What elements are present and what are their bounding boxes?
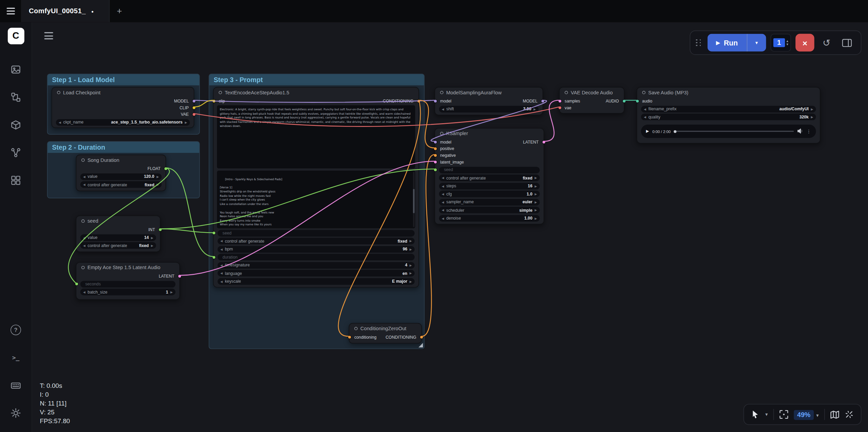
left-arrow-icon[interactable]: ◀ bbox=[220, 271, 223, 275]
left-arrow-icon[interactable]: ◀ bbox=[220, 280, 223, 283]
widget-cfg[interactable]: ◀ cfg 1.0 ▶ bbox=[439, 191, 540, 198]
node-model-sampling-aura-flow[interactable]: ModelSamplingAuraFlow model MODEL ◀ shif… bbox=[435, 87, 543, 115]
input-widget-duration[interactable]: duration bbox=[218, 254, 415, 261]
widget-sampler-name[interactable]: ◀ sampler_name euler ▶ bbox=[439, 199, 540, 205]
help-icon[interactable]: ? bbox=[6, 320, 26, 340]
left-arrow-icon[interactable]: ◀ bbox=[442, 184, 444, 188]
port-latent-image-input[interactable] bbox=[433, 160, 437, 164]
port-vae-output[interactable] bbox=[192, 112, 196, 116]
left-arrow-icon[interactable]: ◀ bbox=[220, 263, 223, 267]
right-arrow-icon[interactable]: ▶ bbox=[170, 290, 173, 294]
widget-ckpt-name[interactable]: ◀ ckpt_name ace_step_1.5_turbo_aio.safet… bbox=[56, 119, 190, 126]
model-library-icon[interactable] bbox=[6, 115, 26, 135]
port-seed-input[interactable] bbox=[212, 231, 215, 235]
history-button[interactable]: ↺ bbox=[819, 34, 834, 52]
port-audio-output[interactable] bbox=[622, 99, 626, 102]
collapse-dot-icon[interactable] bbox=[565, 91, 568, 94]
new-tab-button[interactable]: + bbox=[110, 6, 129, 16]
pointer-tool-button[interactable] bbox=[751, 410, 760, 419]
widget-timesignature[interactable]: ◀ timesignature 4 ▶ bbox=[218, 262, 415, 268]
widget-value[interactable]: ◀ value 120.0 ▶ bbox=[80, 173, 162, 180]
collapse-dot-icon[interactable] bbox=[219, 91, 222, 94]
left-arrow-icon[interactable]: ◀ bbox=[442, 200, 444, 204]
group-title[interactable]: Step 1 - Load Model bbox=[47, 74, 199, 86]
widget-batch-size[interactable]: ◀ batch_size 1 ▶ bbox=[80, 289, 176, 296]
right-arrow-icon[interactable]: ▶ bbox=[535, 192, 537, 196]
left-arrow-icon[interactable]: ◀ bbox=[59, 120, 61, 124]
right-arrow-icon[interactable]: ▶ bbox=[811, 115, 813, 119]
left-arrow-icon[interactable]: ◀ bbox=[442, 176, 444, 180]
left-arrow-icon[interactable]: ◀ bbox=[644, 115, 646, 119]
port-duration-input[interactable] bbox=[212, 255, 215, 259]
workflows-icon[interactable] bbox=[6, 143, 26, 163]
right-arrow-icon[interactable]: ▶ bbox=[535, 200, 537, 204]
port-model-input[interactable] bbox=[433, 140, 437, 144]
right-arrow-icon[interactable]: ▶ bbox=[535, 176, 537, 180]
group-title[interactable]: Step 2 - Duration bbox=[47, 142, 199, 153]
templates-icon[interactable] bbox=[6, 170, 26, 190]
queue-icon[interactable] bbox=[6, 59, 26, 79]
node-save-audio-mp3[interactable]: Save Audio (MP3) audio ◀ filename_prefix… bbox=[637, 87, 821, 144]
input-widget-seconds[interactable]: seconds bbox=[80, 281, 176, 287]
port-model-input[interactable] bbox=[433, 99, 437, 102]
right-arrow-icon[interactable]: ▶ bbox=[157, 175, 159, 178]
kebab-menu-icon[interactable]: ⋮ bbox=[807, 129, 811, 134]
right-arrow-icon[interactable]: ▶ bbox=[157, 183, 159, 186]
node-ksampler[interactable]: KSampler model LATENT positive negative … bbox=[435, 128, 544, 224]
right-arrow-icon[interactable]: ▶ bbox=[535, 184, 537, 188]
canvas-menu-icon[interactable] bbox=[44, 32, 53, 39]
right-arrow-icon[interactable]: ▶ bbox=[410, 280, 412, 283]
count-stepper[interactable]: ▴▾ bbox=[787, 39, 788, 46]
tags-textarea[interactable]: Electronic: A bright, starry synth-pop r… bbox=[217, 105, 415, 168]
port-conditioning-output[interactable] bbox=[419, 335, 423, 339]
node-text-encode-ace-step[interactable]: TextEncodeAceStepAudio1.5 clip CONDITION… bbox=[213, 87, 419, 287]
run-button[interactable]: ▶ Run bbox=[707, 34, 747, 52]
widget-control-after-generate[interactable]: ◀ control after generate fixed ▶ bbox=[439, 174, 540, 181]
pointer-tool-dropdown-icon[interactable]: ▾ bbox=[765, 412, 768, 417]
terminal-icon[interactable]: >_ bbox=[6, 348, 26, 368]
zoom-level[interactable]: 49% bbox=[794, 410, 814, 420]
widget-control-after-generate[interactable]: ◀ control after generate fixed ▶ bbox=[80, 242, 156, 249]
left-arrow-icon[interactable]: ◀ bbox=[220, 247, 223, 251]
port-positive-input[interactable] bbox=[433, 147, 437, 150]
port-latent-output[interactable] bbox=[177, 274, 181, 278]
left-arrow-icon[interactable]: ◀ bbox=[83, 175, 85, 178]
right-arrow-icon[interactable]: ▶ bbox=[410, 271, 412, 275]
right-arrow-icon[interactable]: ▶ bbox=[185, 120, 187, 124]
widget-quality[interactable]: ◀ quality 320k ▶ bbox=[641, 114, 816, 120]
port-model-output[interactable] bbox=[192, 99, 196, 102]
node-song-duration[interactable]: Song Duration FLOAT ◀ value 120.0 ▶ ◀ co… bbox=[76, 155, 166, 191]
collapse-dot-icon[interactable] bbox=[57, 91, 60, 94]
minimap-toggle-button[interactable] bbox=[830, 410, 839, 418]
fit-view-button[interactable] bbox=[780, 410, 788, 419]
port-negative-input[interactable] bbox=[433, 153, 437, 157]
run-options-button[interactable]: ▾ bbox=[747, 34, 766, 52]
left-arrow-icon[interactable]: ◀ bbox=[83, 183, 85, 186]
batch-count-value[interactable]: 1 bbox=[773, 38, 785, 47]
collapse-dot-icon[interactable] bbox=[81, 220, 85, 223]
play-icon[interactable]: ▶ bbox=[646, 129, 649, 133]
panel-toggle-button[interactable] bbox=[839, 34, 855, 52]
lyrics-textarea[interactable]: [Intro - Sparkly Keys & Sidechained Pads… bbox=[217, 171, 415, 228]
left-arrow-icon[interactable]: ◀ bbox=[220, 239, 223, 243]
input-widget-seed[interactable]: seed bbox=[439, 167, 540, 173]
widget-scheduler[interactable]: ◀ scheduler simple ▶ bbox=[439, 207, 540, 213]
collapse-dot-icon[interactable] bbox=[354, 327, 358, 330]
cancel-button[interactable]: × bbox=[795, 34, 814, 52]
right-arrow-icon[interactable]: ▶ bbox=[533, 107, 536, 111]
port-latent-output[interactable] bbox=[542, 140, 546, 144]
widget-value[interactable]: ◀ value 14 ▶ bbox=[80, 234, 156, 241]
right-arrow-icon[interactable]: ▶ bbox=[151, 244, 153, 247]
widget-bpm[interactable]: ◀ bpm 96 ▶ bbox=[218, 246, 415, 252]
widget-control-after-generate[interactable]: ◀ control after generate fixed ▶ bbox=[218, 238, 415, 244]
port-int-output[interactable] bbox=[158, 227, 162, 231]
group-resize-handle[interactable] bbox=[418, 343, 423, 348]
left-arrow-icon[interactable]: ◀ bbox=[442, 217, 444, 220]
port-model-output[interactable] bbox=[540, 99, 544, 102]
left-arrow-icon[interactable]: ◀ bbox=[83, 290, 85, 294]
widget-steps[interactable]: ◀ steps 16 ▶ bbox=[439, 183, 540, 189]
menu-icon[interactable] bbox=[0, 8, 21, 15]
port-float-output[interactable] bbox=[163, 167, 167, 170]
port-conditioning-output[interactable] bbox=[417, 99, 420, 102]
port-seconds-input[interactable] bbox=[75, 282, 78, 286]
